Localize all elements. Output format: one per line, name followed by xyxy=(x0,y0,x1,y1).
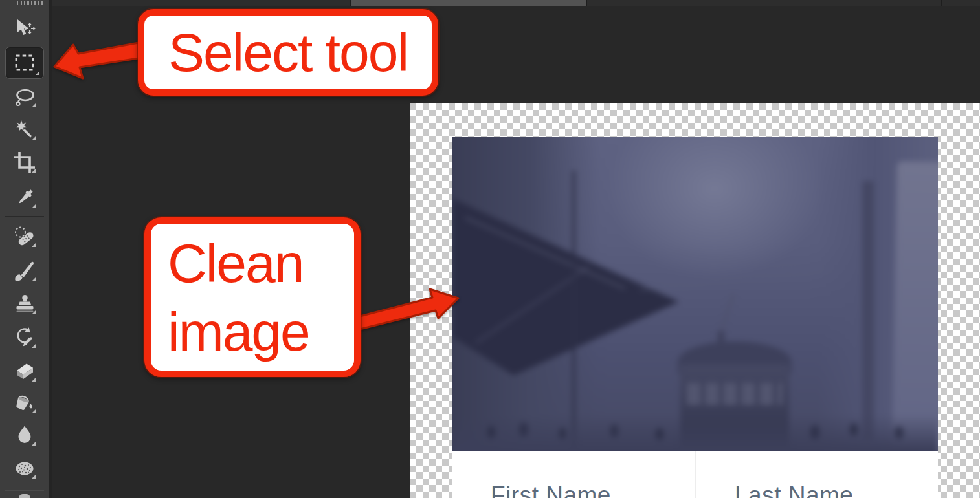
flyout-indicator xyxy=(32,103,36,107)
tool-move[interactable] xyxy=(12,16,38,42)
flyout-indicator xyxy=(32,136,36,140)
marquee-icon xyxy=(13,51,36,74)
document-tabbar xyxy=(52,0,980,6)
tool-history-brush[interactable] xyxy=(12,325,38,351)
tool-eyedropper[interactable] xyxy=(12,185,38,211)
move-icon xyxy=(13,17,36,41)
tool-lasso[interactable] xyxy=(12,84,38,110)
tool-sponge[interactable] xyxy=(12,455,38,481)
tool-magic-wand[interactable] xyxy=(12,117,38,143)
tool-spot-healing-brush[interactable] xyxy=(12,224,38,250)
tool-palette xyxy=(0,0,52,498)
last-name-label: Last Name xyxy=(735,482,853,498)
toolbar-divider xyxy=(5,490,44,490)
active-document-tab[interactable] xyxy=(351,0,586,6)
document-viewport: First Name Last Name xyxy=(410,103,980,498)
toolbar-grip[interactable] xyxy=(17,1,43,5)
photo-editor-window: First Name Last Name Select tool Clean i… xyxy=(0,0,980,498)
flyout-indicator xyxy=(32,475,36,479)
flyout-indicator xyxy=(32,277,36,281)
tool-eraser[interactable] xyxy=(12,358,38,384)
tool-blur[interactable] xyxy=(12,422,38,448)
flyout-indicator xyxy=(32,409,36,413)
select-tool-callout-text: Select tool xyxy=(168,21,408,84)
tool-rectangular-marquee[interactable] xyxy=(5,47,44,79)
toolbar-divider xyxy=(5,216,44,217)
flyout-indicator xyxy=(32,442,36,446)
tab-separator xyxy=(941,0,942,6)
clean-image-callout-line2: image xyxy=(168,298,354,366)
clean-image-callout: Clean image xyxy=(144,217,361,377)
select-tool-callout: Select tool xyxy=(138,9,438,96)
select-tool-arrow xyxy=(54,43,139,78)
flyout-indicator xyxy=(36,71,39,75)
flyout-indicator xyxy=(32,310,36,314)
tool-partially-visible[interactable] xyxy=(19,494,30,498)
web-form-section: First Name Last Name xyxy=(452,451,938,498)
tool-brush[interactable] xyxy=(12,258,38,284)
flyout-indicator xyxy=(32,169,36,173)
flyout-indicator xyxy=(32,378,36,382)
first-name-label: First Name xyxy=(491,482,611,498)
flyout-indicator xyxy=(32,204,36,208)
clean-image-callout-line1: Clean xyxy=(168,229,354,298)
flyout-indicator xyxy=(32,344,36,348)
tool-paint-bucket[interactable] xyxy=(12,390,38,416)
form-column-divider xyxy=(695,451,696,498)
tool-clone-stamp[interactable] xyxy=(12,291,38,317)
flyout-indicator xyxy=(32,243,36,247)
tool-crop[interactable] xyxy=(12,149,38,175)
photo-image xyxy=(452,137,938,451)
street-photo[interactable] xyxy=(452,137,938,451)
tab-separator xyxy=(586,0,587,6)
